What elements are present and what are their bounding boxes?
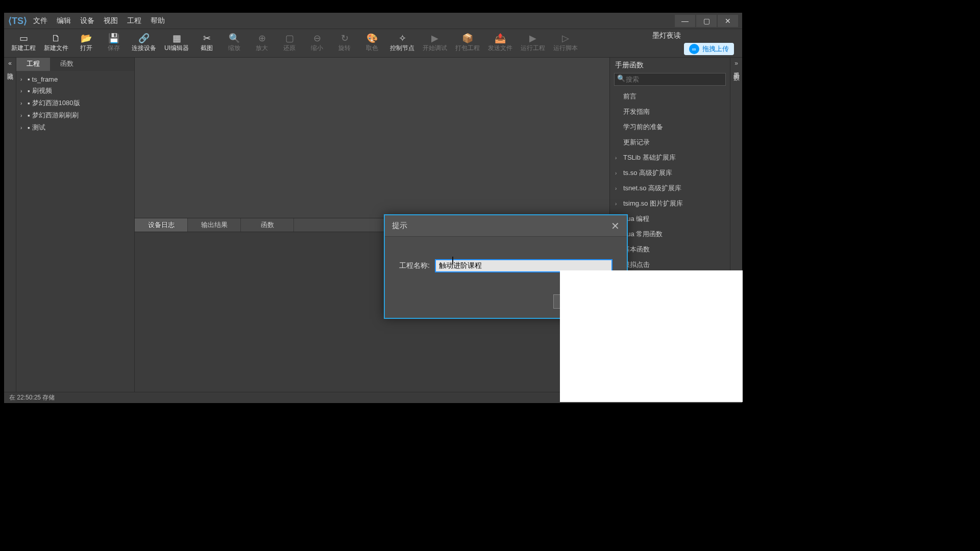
- manual-item-label: 学习前的准备: [623, 122, 663, 132]
- manual-item-label: tsimg.so 图片扩展库: [623, 199, 683, 208]
- tool-控制节点[interactable]: ✧控制节点: [386, 32, 419, 55]
- tool-label: 运行脚本: [553, 44, 578, 53]
- chevron-right-icon: ›: [20, 125, 26, 131]
- tool-运行工程: ▶运行工程: [517, 32, 549, 55]
- upload-label: 拖拽上传: [702, 44, 729, 54]
- bottom-tab-输出结果[interactable]: 输出结果: [188, 218, 241, 232]
- manual-item[interactable]: 前言: [610, 89, 730, 104]
- tree-item[interactable]: ›▪刷视频: [16, 85, 134, 97]
- tree-item[interactable]: ›▪梦幻西游刷刷刷: [16, 109, 134, 121]
- manual-item-label: 开发指南: [623, 107, 650, 116]
- tree-label: 梦幻西游刷刷刷: [32, 111, 79, 120]
- tool-保存: 💾保存: [100, 32, 128, 55]
- tree-label: 测试: [32, 123, 45, 132]
- tree-label: 刷视频: [32, 86, 52, 95]
- maximize-button[interactable]: ▢: [696, 15, 717, 27]
- bottom-tab-设备日志[interactable]: 设备日志: [135, 218, 188, 232]
- theme-label: 墨灯夜读: [652, 31, 681, 40]
- 缩放-icon: 🔍: [229, 34, 240, 43]
- window-controls: — ▢ ✕: [675, 15, 738, 27]
- manual-item-label: 前言: [623, 92, 636, 101]
- tool-截图[interactable]: ✂截图: [193, 32, 220, 55]
- manual-item[interactable]: 更新记录: [610, 135, 730, 150]
- folder-icon: ▪: [28, 76, 30, 83]
- search-icon: 🔍: [617, 74, 625, 82]
- tool-新建文件[interactable]: 🗋新建文件: [40, 32, 72, 55]
- chevron-icon: ›: [615, 201, 620, 207]
- tool-运行脚本: ▷运行脚本: [549, 32, 582, 55]
- manual-item[interactable]: ›ts.so 高级扩展库: [610, 165, 730, 181]
- tool-label: 控制节点: [390, 44, 414, 53]
- tab-functions[interactable]: 函数: [50, 58, 84, 71]
- search-input[interactable]: [614, 73, 726, 86]
- app-logo: ⟨TS⟩: [8, 15, 27, 27]
- tool-label: 新建文件: [44, 44, 68, 53]
- collapse-right-icon: »: [734, 60, 738, 67]
- menu-bar: 文件编辑设备视图工程帮助: [33, 16, 165, 26]
- tree-item[interactable]: ›▪梦幻西游1080版: [16, 97, 134, 109]
- manual-item[interactable]: ›Lua 编程: [610, 211, 730, 227]
- tool-缩小: ⊖缩小: [303, 32, 331, 55]
- menu-视图[interactable]: 视图: [104, 16, 118, 26]
- manual-item[interactable]: ›Lua 常用函数: [610, 227, 730, 242]
- tree-item[interactable]: ›▪ts_frame: [16, 74, 134, 85]
- tool-label: 打开: [80, 44, 92, 53]
- tool-打开[interactable]: 📂打开: [72, 32, 100, 55]
- left-gutter[interactable]: « 隐藏: [4, 58, 16, 392]
- manual-item-label: TSLib 基础扩展库: [623, 153, 676, 162]
- tool-label: 运行工程: [521, 44, 545, 53]
- 连接设备-icon: 🔗: [138, 34, 150, 43]
- upload-button[interactable]: ∞ 拖拽上传: [684, 43, 734, 55]
- tool-UI编辑器[interactable]: ▦UI编辑器: [160, 32, 193, 55]
- tool-连接设备[interactable]: 🔗连接设备: [128, 32, 160, 55]
- menu-编辑[interactable]: 编辑: [57, 16, 71, 26]
- manual-item[interactable]: 开发指南: [610, 104, 730, 119]
- close-button[interactable]: ✕: [718, 15, 738, 27]
- manual-item-label: 更新记录: [623, 138, 650, 147]
- bottom-tab-函数[interactable]: 函数: [241, 218, 294, 232]
- 还原-icon: ▢: [285, 34, 294, 43]
- tree-label: 梦幻西游1080版: [32, 98, 80, 108]
- search-row: 🔍: [610, 73, 730, 89]
- 新建工程-icon: ▭: [19, 34, 28, 43]
- video-overlay: [560, 270, 743, 402]
- tab-project[interactable]: 工程: [16, 58, 50, 71]
- tool-label: 旋转: [338, 44, 351, 53]
- menu-工程[interactable]: 工程: [127, 16, 141, 26]
- menu-帮助[interactable]: 帮助: [151, 16, 165, 26]
- 发送文件-icon: 📤: [495, 34, 506, 43]
- manual-item-label: tsnet.so 高级扩展库: [623, 184, 681, 193]
- manual-item-label: ts.so 高级扩展库: [623, 168, 672, 178]
- tool-label: 截图: [201, 44, 213, 53]
- chevron-right-icon: ›: [20, 88, 26, 94]
- chevron-icon: ›: [615, 170, 620, 176]
- UI编辑器-icon: ▦: [173, 34, 181, 43]
- manual-item[interactable]: ›TSLib 基础扩展库: [610, 150, 730, 165]
- manual-item[interactable]: ›tsimg.so 图片扩展库: [610, 196, 730, 211]
- folder-icon: ▪: [28, 99, 30, 107]
- 打开-icon: 📂: [81, 34, 92, 43]
- manual-item[interactable]: ›tsnet.so 高级扩展库: [610, 181, 730, 196]
- 运行脚本-icon: ▷: [562, 34, 569, 43]
- tree-item[interactable]: ›▪测试: [16, 121, 134, 134]
- tool-label: 保存: [108, 44, 120, 53]
- tool-还原: ▢还原: [276, 32, 303, 55]
- menu-设备[interactable]: 设备: [80, 16, 94, 26]
- 旋转-icon: ↻: [341, 34, 349, 43]
- 保存-icon: 💾: [108, 34, 119, 43]
- tool-新建工程[interactable]: ▭新建工程: [7, 32, 40, 55]
- tool-label: 发送文件: [488, 44, 512, 53]
- 新建文件-icon: 🗋: [52, 34, 61, 43]
- manual-item[interactable]: ›基本函数: [610, 242, 730, 257]
- tool-开始调试: ▶开始调试: [419, 32, 451, 55]
- menu-文件[interactable]: 文件: [33, 16, 47, 26]
- 缩小-icon: ⊖: [313, 34, 321, 43]
- tool-label: 开始调试: [423, 44, 447, 53]
- tool-放大: ⊕放大: [248, 32, 276, 55]
- tool-label: 取色: [366, 44, 378, 53]
- dialog-titlebar: 提示 ✕: [385, 215, 627, 237]
- minimize-button[interactable]: —: [675, 15, 695, 27]
- dialog-close-button[interactable]: ✕: [611, 220, 620, 232]
- 截图-icon: ✂: [203, 34, 211, 43]
- manual-item[interactable]: 学习前的准备: [610, 119, 730, 135]
